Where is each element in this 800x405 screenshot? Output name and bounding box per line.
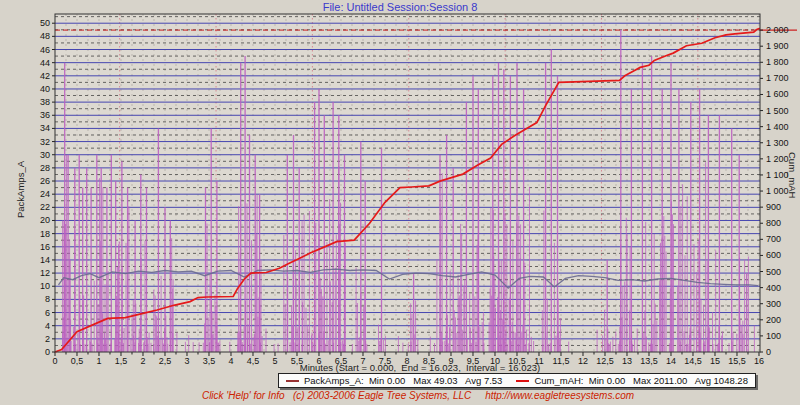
svg-text:1 500: 1 500	[766, 106, 789, 116]
svg-text:2 000: 2 000	[766, 25, 789, 35]
svg-text:48: 48	[40, 31, 50, 41]
svg-text:38: 38	[40, 97, 50, 107]
packamps-series-dash-icon	[286, 380, 299, 382]
svg-text:0: 0	[45, 347, 50, 357]
legend-item-cummah: Cum_mAH: Min 0.00 Max 2011.00 Avg 1048.2…	[516, 375, 748, 386]
svg-text:1 000: 1 000	[766, 186, 789, 196]
svg-text:800: 800	[766, 218, 781, 228]
svg-text:1 400: 1 400	[766, 122, 789, 132]
svg-text:44: 44	[40, 58, 50, 68]
svg-text:4: 4	[45, 321, 50, 331]
svg-text:300: 300	[766, 299, 781, 309]
svg-text:46: 46	[40, 45, 50, 55]
help-copyright-line: Click 'Help' for Info (c) 2003-2006 Eagl…	[36, 390, 800, 401]
svg-text:32: 32	[40, 137, 50, 147]
x-axis-label: Minutes (Start = 0.000, End = 16.023, In…	[40, 362, 800, 373]
y-axis-ticks-left: 0246810121416182022242628303234363840424…	[40, 18, 55, 357]
svg-text:1 600: 1 600	[766, 89, 789, 99]
svg-text:1 800: 1 800	[766, 57, 789, 67]
svg-text:18: 18	[40, 229, 50, 239]
svg-text:26: 26	[40, 176, 50, 186]
chart-canvas: 00,511,522,533,544,555,566,577,588,599,5…	[0, 0, 800, 405]
svg-text:36: 36	[40, 110, 50, 120]
svg-text:8: 8	[45, 294, 50, 304]
svg-text:400: 400	[766, 283, 781, 293]
svg-text:12: 12	[40, 268, 50, 278]
legend-item-cummah-text: Cum_mAH: Min 0.00 Max 2011.00 Avg 1048.2…	[534, 375, 748, 386]
svg-text:500: 500	[766, 267, 781, 277]
right-axis-title: Cum_mAH	[787, 152, 798, 198]
legend-item-packamps: PackAmps_A: Min 0.00 Max 49.03 Avg 7.53	[286, 375, 502, 386]
svg-text:20: 20	[40, 215, 50, 225]
help-copyright-text: Click 'Help' for Info (c) 2003-2006 Eagl…	[202, 390, 485, 401]
eagle-tree-chart-window: File: Untitled Session:Session 8 00,511,…	[0, 0, 800, 405]
svg-text:10: 10	[40, 281, 50, 291]
svg-text:100: 100	[766, 331, 781, 341]
svg-text:900: 900	[766, 202, 781, 212]
svg-text:22: 22	[40, 202, 50, 212]
svg-text:1 900: 1 900	[766, 41, 789, 51]
svg-text:600: 600	[766, 250, 781, 260]
svg-text:6: 6	[45, 308, 50, 318]
svg-text:1 700: 1 700	[766, 73, 789, 83]
svg-text:30: 30	[40, 150, 50, 160]
chart-legend: PackAmps_A: Min 0.00 Max 49.03 Avg 7.53 …	[278, 373, 756, 388]
svg-text:200: 200	[766, 315, 781, 325]
svg-text:50: 50	[40, 18, 50, 28]
svg-text:700: 700	[766, 234, 781, 244]
svg-text:2: 2	[45, 334, 50, 344]
svg-text:0: 0	[766, 347, 771, 357]
svg-text:28: 28	[40, 163, 50, 173]
svg-text:16: 16	[40, 242, 50, 252]
website-link[interactable]: http://www.eagletreesystems.com	[485, 390, 634, 401]
legend-item-packamps-text: PackAmps_A: Min 0.00 Max 49.03 Avg 7.53	[304, 375, 502, 386]
svg-text:1 300: 1 300	[766, 138, 789, 148]
svg-text:1 100: 1 100	[766, 170, 789, 180]
y-axis-ticks-right: 01002003004005006007008009001 0001 1001 …	[760, 25, 789, 357]
left-axis-title: PackAmps_A	[15, 161, 26, 218]
svg-text:42: 42	[40, 71, 50, 81]
svg-text:1 200: 1 200	[766, 154, 789, 164]
svg-text:14: 14	[40, 255, 50, 265]
cummah-series-dash-icon	[516, 380, 529, 382]
svg-text:40: 40	[40, 84, 50, 94]
svg-text:24: 24	[40, 189, 50, 199]
svg-text:34: 34	[40, 123, 50, 133]
